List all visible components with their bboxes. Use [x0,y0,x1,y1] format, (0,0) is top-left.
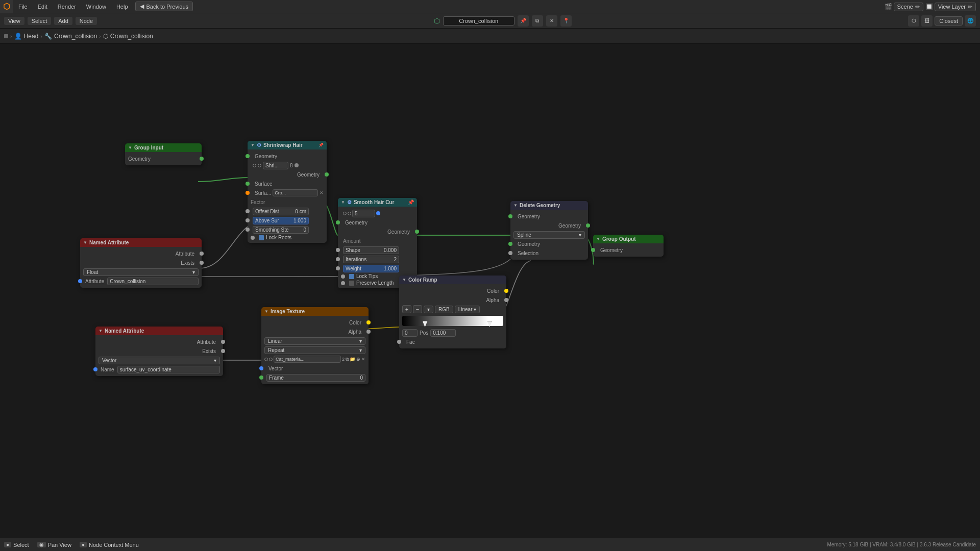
cr-interp-dropdown[interactable]: ▾ [424,306,433,313]
it-frame-socket[interactable] [259,375,263,380]
dg-geom-in-socket[interactable] [508,214,512,218]
it-vector-socket[interactable] [259,366,263,370]
menu-help[interactable]: Help [111,0,133,13]
sh-surface-socket[interactable] [246,182,250,186]
it-browse-icon[interactable]: ⊕ [356,357,360,362]
frame-field[interactable]: Frame 0 [266,374,365,382]
sh-lockroots-socket[interactable] [251,236,255,240]
sh-geom-out-socket[interactable] [325,172,329,177]
shrinkwrap-hair-header[interactable]: ▼ ⚙ Shrinkwrap Hair 📌 [248,141,327,149]
offset-dist-field[interactable]: Offset Dist 0 cm [253,208,309,215]
group-output-header[interactable]: ▼ Group Output [593,235,664,243]
sm-field[interactable]: 5 [352,210,375,217]
cr-stop-left[interactable] [423,321,428,327]
dg-geom2-socket[interactable] [508,242,512,246]
it-color-socket[interactable] [366,320,371,324]
it-folder-icon[interactable]: 📁 [350,357,355,362]
render-icon1[interactable]: ⬡ [908,15,919,27]
spline-dropdown[interactable]: Spline ▾ [513,231,585,239]
viewlayer-selector[interactable]: View Layer ✏ [935,3,976,11]
go-geom-in-socket[interactable] [591,248,595,252]
smoothing-ste-field[interactable]: Smoothing Ste 0 [253,226,309,234]
dg-selection-socket[interactable] [508,251,512,255]
breadcrumb-crown-collision-2[interactable]: ⬡ Crown_collision [103,33,153,40]
sh2-weight-socket[interactable] [336,266,340,270]
it-interp-dropdown[interactable]: Linear ▾ [264,337,365,345]
cat-field[interactable]: Cat_materia... [274,356,341,363]
menu-window[interactable]: Window [81,0,111,13]
na2-name-socket[interactable] [93,367,97,371]
render-icon2[interactable]: 🖼 [921,15,933,27]
cr-remove-stop-btn[interactable]: − [413,305,422,313]
scene-selector[interactable]: Scene ✏ [894,3,923,11]
na1-name-field[interactable]: Crown_collision [107,278,199,285]
na1-exists-socket[interactable] [200,261,204,265]
na1-name-socket[interactable] [78,279,82,283]
it-alpha-socket[interactable] [366,330,371,334]
group-input-header[interactable]: ▼ Group Input [125,143,202,152]
cr-mode-dropdown[interactable]: RGB [435,306,453,313]
color-ramp-header[interactable]: ▼ Color Ramp [399,276,506,284]
menu-edit[interactable]: Edit [33,0,53,13]
node-copy-icon[interactable]: ⧉ [532,15,543,27]
cr-add-stop-btn[interactable]: + [402,305,411,313]
cr-pos-field[interactable]: 0.100 [430,329,456,337]
it-x-icon[interactable]: ✕ [361,357,365,362]
sh-offset-socket[interactable] [246,209,250,213]
add-menu-btn[interactable]: Add [54,17,72,25]
menu-render[interactable]: Render [53,0,81,13]
sh2-geom-in-socket[interactable] [336,220,340,224]
sh2-shape-socket[interactable] [336,248,340,252]
cr-color-socket[interactable] [504,289,508,293]
na1-type-dropdown[interactable]: Float ▾ [83,268,199,276]
node-menu-btn[interactable]: Node [76,17,97,25]
sh2-locktips-socket[interactable] [341,274,345,279]
surfa-field[interactable]: Cro... [273,189,318,196]
sh-geom-in-socket[interactable] [246,154,250,158]
breadcrumb-crown-collision-1[interactable]: 🔧 Crown_collision [44,33,97,40]
closest-selector[interactable]: Closest [935,16,963,26]
view-icon[interactable]: 🌐 [965,15,976,27]
delete-geometry-header[interactable]: ▼ Delete Geometry [510,201,588,210]
preserve-checkbox[interactable] [349,281,354,286]
cr-fac-socket[interactable] [397,340,401,344]
view-menu-btn[interactable]: View [4,17,24,25]
cr-stop-right[interactable] [487,321,492,327]
back-to-previous-button[interactable]: ◀ Back to Previous [135,2,193,11]
iterations-field[interactable]: Iterations 2 [343,256,399,263]
above-sur-field[interactable]: Above Sur 1.000 [253,217,309,224]
lockroots-checkbox[interactable] [259,235,264,240]
na2-attr-socket[interactable] [221,340,225,344]
select-menu-btn[interactable]: Select [28,17,52,25]
cr-gradient[interactable] [402,316,503,326]
it-ext-dropdown[interactable]: Repeat ▾ [264,346,365,354]
shri-input[interactable]: Shri... [263,162,288,169]
sh-above-socket[interactable] [246,218,250,222]
sh2-geom-out-socket[interactable] [415,230,419,234]
smooth-hair-header[interactable]: ▼ ⚙ Smooth Hair Cur 📌 [338,198,417,207]
sh2-preserve-socket[interactable] [341,281,345,285]
geometry-out-socket[interactable] [200,157,204,161]
na2-exists-socket[interactable] [221,349,225,353]
it-copy-icon[interactable]: ⧉ [346,357,349,362]
image-texture-header[interactable]: ▼ Image Texture [261,307,369,316]
named-attr1-header[interactable]: ▼ Named Attribute [80,238,202,247]
cr-left-val-field[interactable]: 0 [402,329,418,337]
cr-alpha-socket[interactable] [504,298,508,302]
na2-name-field[interactable]: surface_uv_coordinate [117,366,220,373]
na2-type-dropdown[interactable]: Vector ▾ [99,357,220,364]
sh-surfa-socket[interactable] [246,191,250,195]
sh2-iter-socket[interactable] [336,257,340,261]
breadcrumb-head[interactable]: 👤 Head [14,33,39,40]
sh-smoothing-socket[interactable] [246,228,250,232]
dg-geom-out-socket[interactable] [586,223,590,228]
locktips-checkbox[interactable] [349,274,354,279]
na1-attr-socket[interactable] [200,252,204,256]
menu-file[interactable]: File [13,0,33,13]
node-pin-icon[interactable]: 📌 [518,15,529,27]
node-pin2-icon[interactable]: 📍 [560,15,572,27]
named-attr2-header[interactable]: ▼ Named Attribute [95,327,223,335]
cr-interpolation-dropdown[interactable]: Linear ▾ [455,306,480,313]
node-close-icon[interactable]: ✕ [546,15,557,27]
weight-field[interactable]: Weight 1.000 [343,265,399,272]
